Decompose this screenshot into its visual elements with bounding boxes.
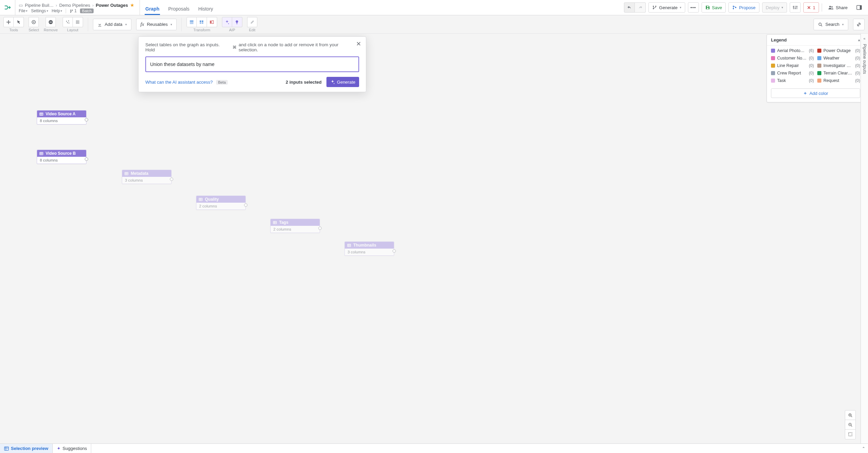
zoom-in-button[interactable]: [845, 410, 855, 420]
pipeline-outputs-tab[interactable]: Pipeline outputs: [862, 44, 867, 74]
graph-node[interactable]: Thumbnails3 columns: [344, 241, 394, 256]
share-button[interactable]: Share: [825, 2, 851, 13]
ai-access-link[interactable]: What can the AI assistant access?: [145, 80, 213, 85]
output-port[interactable]: [170, 178, 173, 181]
search-dropdown[interactable]: Search▾: [814, 19, 848, 30]
collapse-icon[interactable]: ▴: [858, 38, 860, 42]
transform-b[interactable]: [197, 17, 207, 27]
collapse-rail-icon[interactable]: «: [863, 36, 865, 40]
output-port[interactable]: [244, 203, 247, 207]
graph-node[interactable]: Tags2 columns: [270, 219, 320, 233]
transform-a[interactable]: [187, 17, 197, 27]
color-swatch: [817, 56, 821, 60]
dataset-icon: [347, 243, 351, 248]
legend-item[interactable]: Power Outage(0): [817, 48, 860, 53]
chevron-right-icon: ›: [92, 3, 94, 8]
legend-item[interactable]: Investigator Page(0): [817, 63, 860, 68]
cursor-icon: [16, 20, 21, 24]
legend-item[interactable]: Task(0): [771, 78, 814, 83]
tool-layout-a[interactable]: [63, 17, 73, 27]
legend-item[interactable]: Terrain Clearance(0): [817, 71, 860, 76]
aip-sparkle[interactable]: [222, 17, 232, 27]
tab-proposals[interactable]: Proposals: [167, 6, 190, 15]
legend-item[interactable]: Weather(0): [817, 56, 860, 61]
svg-rect-44: [125, 172, 128, 175]
panel-toggle-button[interactable]: [854, 2, 865, 13]
app-logo[interactable]: [0, 0, 15, 15]
tab-history[interactable]: History: [198, 6, 214, 15]
scatter-icon: [65, 20, 70, 24]
graph-node[interactable]: Video Source A8 columns: [37, 110, 86, 124]
reusables-dropdown[interactable]: fx Reusables▾: [136, 19, 177, 30]
more-button[interactable]: •••: [688, 2, 699, 13]
legend-item[interactable]: Line Repair(0): [771, 63, 814, 68]
output-port[interactable]: [85, 118, 88, 121]
legend-label: Terrain Clearance: [823, 71, 853, 76]
legend-count: (6): [809, 48, 814, 53]
graph-node[interactable]: Metadata3 columns: [122, 170, 172, 184]
right-rail: « Pipeline outputs: [861, 34, 868, 443]
menu-file[interactable]: File▾: [19, 9, 28, 13]
legend-item[interactable]: Crew Report(0): [771, 71, 814, 76]
graph-node[interactable]: Video Source B8 columns: [37, 150, 86, 164]
tool-pan[interactable]: [3, 17, 14, 27]
pipeline-logo-icon: [4, 4, 11, 11]
undo-button[interactable]: [624, 2, 635, 13]
tool-cursor[interactable]: [14, 17, 24, 27]
graph-node[interactable]: Quality2 columns: [196, 196, 246, 210]
settings-sliders-button[interactable]: [790, 2, 801, 13]
branch-indicator[interactable]: 1: [69, 9, 77, 13]
chevron-right-icon: ›: [56, 3, 57, 8]
svg-point-10: [832, 6, 833, 7]
svg-rect-34: [202, 20, 203, 22]
save-button[interactable]: Save: [702, 2, 726, 13]
color-swatch: [771, 49, 775, 53]
svg-point-28: [77, 23, 78, 23]
menu-settings[interactable]: Settings▾: [31, 9, 48, 13]
legend-label: Task: [777, 78, 807, 83]
aip-bulb[interactable]: [232, 17, 242, 27]
output-port[interactable]: [392, 249, 396, 253]
propose-button[interactable]: Propose: [728, 2, 759, 13]
ai-generate-button[interactable]: Generate: [326, 77, 359, 87]
deploy-dropdown[interactable]: Deploy▾: [762, 2, 787, 13]
legend-item[interactable]: Customer Notific…(0): [771, 56, 814, 61]
svg-point-27: [76, 23, 77, 23]
output-port[interactable]: [318, 227, 322, 230]
breadcrumb-folder[interactable]: Demo Pipelines: [59, 3, 90, 8]
edit-button[interactable]: [247, 17, 257, 27]
legend-count: (0): [809, 78, 814, 83]
transform-c[interactable]: [207, 17, 217, 27]
node-title: Metadata: [131, 171, 148, 176]
tool-layout-b[interactable]: [73, 17, 83, 27]
breadcrumb-root[interactable]: Pipeline Buil…: [25, 3, 54, 8]
menu-help[interactable]: Help▾: [52, 9, 63, 13]
zoom-out-button[interactable]: [845, 420, 855, 430]
add-color-button[interactable]: ＋ Add color: [771, 88, 860, 98]
node-columns: 3 columns: [345, 249, 394, 255]
legend-label: Line Repair: [777, 63, 807, 68]
ai-prompt-input[interactable]: [145, 56, 359, 72]
panel-icon: [856, 5, 862, 10]
errors-button[interactable]: ✕ 1: [803, 2, 819, 13]
node-title: Quality: [205, 197, 219, 202]
selection-preview-tab[interactable]: Selection preview: [0, 444, 53, 453]
add-data-dropdown[interactable]: Add data▾: [93, 19, 131, 30]
expand-icon[interactable]: ⌃: [862, 446, 865, 451]
breadcrumb-title[interactable]: Power Outages: [96, 3, 128, 8]
legend-item[interactable]: Aerial Photography(6): [771, 48, 814, 53]
link-button[interactable]: [853, 19, 865, 30]
output-port[interactable]: [85, 157, 88, 161]
move-icon: [6, 20, 11, 24]
tool-select[interactable]: [29, 17, 39, 27]
star-icon[interactable]: ★: [130, 2, 134, 8]
zoom-fit-button[interactable]: [845, 430, 855, 439]
redo-button[interactable]: [635, 2, 646, 13]
tab-graph[interactable]: Graph: [145, 6, 160, 15]
generate-dropdown[interactable]: Generate▾: [648, 2, 685, 13]
suggestions-tab[interactable]: ✦ Suggestions: [53, 444, 92, 453]
close-button[interactable]: ✕: [356, 41, 361, 47]
tool-remove[interactable]: [46, 17, 56, 27]
graph-canvas[interactable]: Video Source A8 columnsVideo Source B8 c…: [0, 34, 868, 443]
legend-item[interactable]: Request(0): [817, 78, 860, 83]
